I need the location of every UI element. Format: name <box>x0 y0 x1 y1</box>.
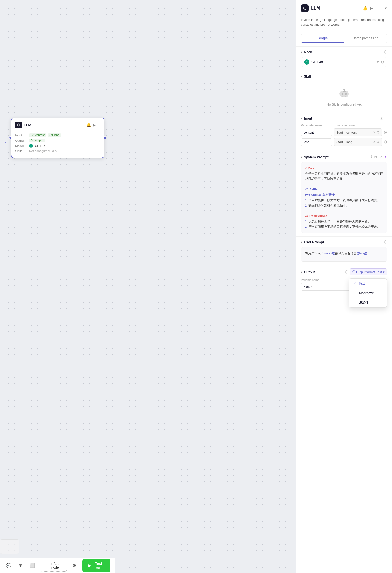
test-run-play-icon: ▶ <box>88 563 91 568</box>
right-panel: ⬡ LLM 🔔 ▶ ··· | ✕ Invoke the large langu… <box>296 0 392 573</box>
panel-icon: ⬡ <box>301 4 309 12</box>
svg-point-5 <box>343 89 345 90</box>
model-section-header: ▾ Model ⓘ <box>301 50 387 54</box>
system-prompt-magic-icon[interactable]: ✦ <box>384 155 387 159</box>
panel-header: ⬡ LLM 🔔 ▶ ··· | ✕ <box>296 0 392 15</box>
system-prompt-content[interactable]: # Role 你是一名专业翻译员，能够准确地将用户提供的内容翻译成目标语言，不做… <box>301 162 387 233</box>
input-chevron-icon[interactable]: ▾ <box>301 117 303 120</box>
dropdown-item-json[interactable]: JSON <box>349 298 387 307</box>
skill-chevron-icon[interactable]: ▾ <box>301 75 303 78</box>
input-clear-lang-icon[interactable]: ✕ <box>373 140 375 143</box>
skill-add-icon[interactable]: + <box>385 74 387 79</box>
input-remove-lang-icon[interactable]: ⊖ <box>384 139 387 144</box>
dropdown-json-label: JSON <box>359 301 368 304</box>
model-selected-value: GPT-4o <box>311 60 323 64</box>
input-value-lang[interactable]: Start – lang ✕ ⚙ <box>334 138 382 146</box>
llm-canvas-node: ⬡ LLM 🔔 ▶ ··· Input Str content Str lang… <box>11 118 105 158</box>
input-row-content: content Start – content ✕ ⚙ ⊖ <box>301 128 387 136</box>
model-select-left: ✦ GPT-4o <box>304 59 323 65</box>
output-chevron-icon[interactable]: ▾ <box>301 270 303 274</box>
node-actions: 🔔 ▶ ··· <box>87 123 100 127</box>
input-value-content[interactable]: Start – content ✕ ⚙ <box>334 128 382 136</box>
toolbar-chat-icon[interactable]: 💬 <box>5 561 13 570</box>
model-chevron-down-icon: ▾ <box>377 60 379 64</box>
add-node-button[interactable]: + + Add node <box>40 559 67 572</box>
output-format-chevron-icon: ▾ <box>383 270 385 274</box>
user-prompt-section: ▾ User Prompt ⓘ 将用户输入{{content}}翻译为目标语言{… <box>296 236 392 265</box>
input-section: ▾ Input ⓘ + Parameter name Variable valu… <box>296 112 392 151</box>
model-select[interactable]: ✦ GPT-4o ▾ ⚙ <box>301 57 387 67</box>
skill-empty-state: No Skills configured yet <box>301 82 387 109</box>
user-prompt-chevron-icon[interactable]: ▾ <box>301 240 303 244</box>
test-run-button[interactable]: ▶ Test run <box>82 559 110 572</box>
dropdown-check-icon: ✓ <box>353 282 356 285</box>
canvas: → ⬡ LLM 🔔 ▶ ··· Input Str content Str la… <box>0 0 296 573</box>
input-name-lang[interactable]: lang <box>301 138 332 146</box>
node-bell-icon[interactable]: 🔔 <box>87 123 91 127</box>
output-section-title: Output <box>304 270 344 274</box>
dropdown-item-text[interactable]: ✓ Text <box>349 279 387 288</box>
svg-rect-0 <box>340 91 348 97</box>
svg-rect-6 <box>339 93 340 95</box>
model-chevron-icon[interactable]: ▾ <box>301 51 303 54</box>
system-prompt-chevron-icon[interactable]: ▾ <box>301 155 303 159</box>
add-node-label: + Add node <box>47 562 63 569</box>
panel-play-icon[interactable]: ▶ <box>370 6 373 11</box>
panel-close-icon[interactable]: ✕ <box>384 6 387 11</box>
node-play-icon[interactable]: ▶ <box>93 123 96 127</box>
panel-more-icon[interactable]: ··· <box>375 6 378 10</box>
model-gear-icon[interactable]: ⚙ <box>381 60 384 64</box>
input-remove-content-icon[interactable]: ⊖ <box>384 130 387 135</box>
user-prompt-mid: 翻译为目标语言 <box>335 251 357 255</box>
system-prompt-expand-icon[interactable]: ⤢ <box>379 155 382 159</box>
model-select-right: ▾ ⚙ <box>377 60 384 64</box>
user-prompt-var-content: {{content}} <box>321 251 335 255</box>
svg-rect-9 <box>345 96 346 97</box>
input-row-lang: lang Start – lang ✕ ⚙ ⊖ <box>301 138 387 146</box>
node-icon: ⬡ <box>15 122 22 128</box>
tab-batch[interactable]: Batch processing <box>344 34 387 43</box>
panel-bell-icon[interactable]: 🔔 <box>363 6 368 11</box>
model-info-icon[interactable]: ⓘ <box>384 50 387 54</box>
input-gear-content-icon[interactable]: ⚙ <box>376 130 379 134</box>
node-connector-left[interactable] <box>9 136 12 139</box>
node-skills-value: Not configuredSkills <box>29 149 57 153</box>
panel-title: LLM <box>311 6 360 11</box>
toolbar-settings-icon[interactable]: ⚙ <box>71 561 79 570</box>
system-prompt-info-icon[interactable]: ⓘ <box>370 155 373 159</box>
toolbar-frame-icon[interactable]: ⬜ <box>28 561 36 570</box>
output-format-button[interactable]: ⓘ Output format Text ▾ <box>350 269 387 275</box>
node-output-row: Output Str output <box>15 139 100 143</box>
model-section: ▾ Model ⓘ ✦ GPT-4o ▾ ⚙ <box>296 46 392 70</box>
user-prompt-info-icon[interactable]: ⓘ <box>384 240 387 244</box>
input-info-icon[interactable]: ⓘ <box>380 116 383 121</box>
tab-single[interactable]: Single <box>301 34 344 43</box>
node-more-icon[interactable]: ··· <box>97 123 100 127</box>
node-skills-row: Skills Not configuredSkills <box>15 149 100 153</box>
toolbar-grid-icon[interactable]: ⊞ <box>17 561 24 570</box>
model-section-title: Model <box>304 50 383 54</box>
mode-tabs: Single Batch processing <box>301 34 387 43</box>
output-info-icon[interactable]: ⓘ <box>345 270 348 274</box>
node-output-label: Output <box>15 139 28 143</box>
node-input-label: Input <box>15 134 28 137</box>
output-format-info-icon: ⓘ <box>352 270 355 274</box>
node-model-value: GPT-4o <box>35 144 46 148</box>
dropdown-item-markdown[interactable]: Markdown <box>349 288 387 298</box>
input-clear-content-icon[interactable]: ✕ <box>373 131 375 134</box>
prompt-skill1-line1: 1. 当用户提供一段文本时，及时将其翻译成目标语言。 <box>305 198 383 203</box>
user-prompt-var-lang: {{lang}} <box>357 251 367 255</box>
system-prompt-copy-icon[interactable]: ⧉ <box>374 155 377 159</box>
input-name-content[interactable]: content <box>301 129 332 136</box>
input-gear-lang-icon[interactable]: ⚙ <box>376 140 379 144</box>
mini-node <box>0 539 19 554</box>
panel-description: Invoke the large language model, generat… <box>296 15 392 31</box>
prompt-skill1-heading: ### Skill 1: 文本翻译 <box>305 192 383 197</box>
node-connector-right[interactable] <box>104 136 107 139</box>
input-add-icon[interactable]: + <box>385 116 387 121</box>
input-table-header: Parameter name Variable value <box>301 124 387 127</box>
node-input-tag-content: Str content <box>29 133 46 137</box>
variable-value-header: Variable value <box>337 124 387 127</box>
user-prompt-content[interactable]: 将用户输入{{content}}翻译为目标语言{{lang}} <box>301 247 387 262</box>
skill-empty-icon <box>339 87 350 100</box>
